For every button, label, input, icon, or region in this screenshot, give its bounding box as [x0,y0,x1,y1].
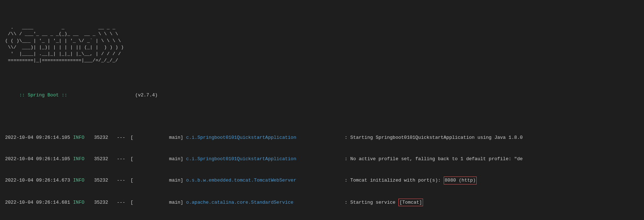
ascii-line-3: ( ( )\___ | '_ | '_| | '_ \/ _` | \ \ \ … [5,38,121,43]
ascii-art-block: . ____ _ __ _ _ /\\ / ___'_ __ _ _(_)_ _… [5,18,639,71]
log-line-2: 2022-10-04 09:26:14.105 INFO 35232 --- [… [5,155,639,163]
ascii-line-2: /\\ / ___'_ __ _ _(_)_ __ __ _ \ \ \ \ [5,31,118,37]
level-1: INFO [73,134,91,141]
thread-1: main [133,134,180,141]
message-2: : No active profile set, falling back to… [345,155,523,163]
thread-bracket-1b: ] [180,134,183,141]
spring-boot-label: :: Spring Boot :: [16,92,67,98]
ascii-line-6: =========|_|==============|___/=/_/_/_/ [5,58,118,63]
timestamp-4: 2022-10-04 09:26:14.681 [5,199,70,206]
pid-2: 35232 [94,155,114,163]
message-1: : Starting Springboot0101QuickstartAppli… [345,134,523,141]
level-3: INFO [73,177,91,184]
thread-4: main [133,199,180,206]
logger-1: c.i.Springboot0101QuickstartApplication [186,134,342,141]
highlight-tomcat-4: [Tomcat] [398,199,423,207]
console-output: . ____ _ __ _ _ /\\ / ___'_ __ _ _(_)_ _… [0,0,644,220]
log-line-1: 2022-10-04 09:26:14.105 INFO 35232 --- [… [5,134,639,141]
thread-2: main [133,155,180,163]
logger-2: c.i.Springboot0101QuickstartApplication [186,155,342,163]
message-3a: : Tomcat initialized with port(s): [345,177,444,184]
logger-4: o.apache.catalina.core.StandardService [186,199,342,206]
version-label: (v2.7.4) [67,92,158,98]
sep-1: --- [117,134,127,141]
ascii-line-4: \\/ ___)| |_)| | | | | || (_| | ) ) ) ) [5,45,124,50]
sep-2: --- [117,155,127,163]
sep-4: --- [117,199,127,206]
logger-3: o.s.b.w.embedded.tomcat.TomcatWebServer [186,177,342,184]
timestamp-1: 2022-10-04 09:26:14.105 [5,134,70,141]
log-line-3: 2022-10-04 09:26:14.673 INFO 35232 --- [… [5,177,639,184]
pid-1: 35232 [94,134,114,141]
thread-3: main [133,177,180,184]
ascii-line-1: . ____ _ __ _ _ [5,25,115,30]
message-4a: : Starting service [345,199,398,206]
timestamp-2: 2022-10-04 09:26:14.105 [5,155,70,163]
pid-3: 35232 [94,177,114,184]
highlight-port-3: 8080 (http) [444,177,477,184]
sep-3: --- [117,177,127,184]
log-line-4: 2022-10-04 09:26:14.681 INFO 35232 --- [… [5,199,639,207]
level-4: INFO [73,199,91,206]
level-2: INFO [73,155,91,163]
thread-bracket-1: [ [130,134,133,141]
ascii-line-5: ' |____| .__|_| |_|_| |_\__, | / / / / [5,51,121,57]
timestamp-3: 2022-10-04 09:26:14.673 [5,177,70,184]
pid-4: 35232 [94,199,114,206]
spring-boot-version-line: :: Spring Boot :: (v2.7.4) [5,85,639,106]
